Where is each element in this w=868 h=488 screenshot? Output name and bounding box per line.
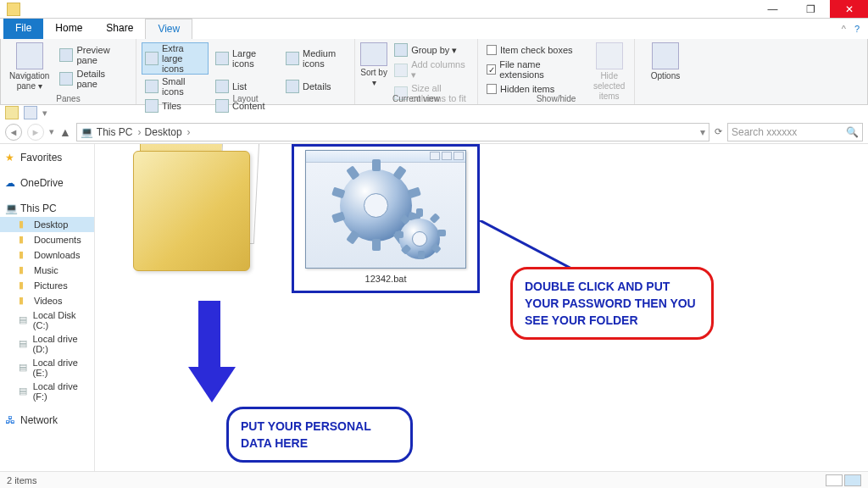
ribbon-group-panes: Navigation pane ▾ Preview pane Details p…: [1, 39, 136, 104]
status-bar: 2 items: [0, 471, 868, 488]
folder-icon: ▮: [19, 219, 31, 230]
address-bar: ◄ ► ▾ ▲ 💻 This PC Desktop ▾ ⟳ Search xxx…: [0, 120, 868, 144]
sidebar-item[interactable]: ▮Documents: [0, 232, 94, 247]
sidebar-item-label: Videos: [34, 296, 62, 306]
details-pane-label: Details pane: [76, 69, 127, 89]
forward-button: ►: [27, 124, 44, 141]
sidebar-item[interactable]: ▤Local drive (E:): [0, 356, 94, 380]
sidebar-item[interactable]: ▮Music: [0, 263, 94, 278]
sidebar-item[interactable]: ▤Local drive (F:): [0, 380, 94, 403]
view-icons-button[interactable]: [844, 474, 861, 486]
sidebar-item-label: Desktop: [34, 219, 68, 230]
sidebar-item-label: Local drive (E:): [33, 358, 89, 378]
file-list-area[interactable]: 12342.bat PUT YOUR PERSONAL DATA HERE DO…: [95, 144, 868, 486]
up-button[interactable]: ▲: [59, 125, 71, 139]
back-button[interactable]: ◄: [5, 124, 22, 141]
sidebar-item-label: Music: [34, 265, 58, 275]
folder-icon: ▮: [19, 295, 31, 307]
view-details-button[interactable]: [826, 474, 843, 486]
pc-icon: 💻: [81, 126, 93, 138]
folder-icon: [133, 144, 260, 280]
tab-file[interactable]: File: [3, 19, 43, 39]
layout-extra-large[interactable]: Extra large icons: [142, 42, 209, 75]
group-by-button[interactable]: Group by ▾: [391, 42, 472, 58]
sidebar-item[interactable]: ▮Desktop: [0, 217, 94, 232]
sidebar-item-label: Local drive (F:): [33, 381, 89, 402]
help-icon[interactable]: ?: [854, 24, 860, 34]
ribbon-collapse-icon[interactable]: ^: [842, 24, 846, 34]
search-input[interactable]: Search xxxxxx 🔍: [727, 123, 863, 141]
preview-pane-label: Preview pane: [76, 45, 127, 65]
drive-icon: ▤: [19, 314, 30, 326]
sidebar-item[interactable]: ▮Pictures: [0, 278, 94, 293]
drive-icon: ▤: [19, 385, 30, 397]
sidebar-network[interactable]: 🖧Network: [0, 412, 94, 429]
window-titlebar: — ❐ ✕: [0, 0, 868, 19]
ribbon-group-options: Options: [635, 39, 686, 104]
qat-dropdown-icon[interactable]: ▾: [42, 108, 47, 119]
qat-properties-icon[interactable]: [24, 106, 37, 119]
bat-file-label: 12342.bat: [298, 274, 474, 284]
preview-pane-button[interactable]: Preview pane: [56, 44, 131, 66]
search-icon: 🔍: [846, 126, 859, 138]
minimize-button[interactable]: —: [754, 0, 792, 18]
sidebar-onedrive[interactable]: ☁OneDrive: [0, 175, 94, 191]
quick-access-toolbar: ▾: [0, 105, 868, 120]
sidebar-item-label: Documents: [34, 235, 81, 245]
checkbox-icon: ✓: [487, 64, 496, 75]
breadcrumb-item[interactable]: This PC: [97, 126, 142, 138]
recent-locations-dropdown[interactable]: ▾: [49, 126, 54, 137]
maximize-button[interactable]: ❐: [792, 0, 830, 18]
cloud-icon: ☁: [5, 177, 17, 189]
svg-line-0: [480, 220, 573, 269]
sidebar-thispc[interactable]: 💻This PC: [0, 200, 94, 217]
connector-line: [480, 220, 573, 271]
refresh-button[interactable]: ⟳: [715, 126, 722, 137]
search-placeholder: Search xxxxxx: [732, 126, 797, 138]
options-button[interactable]: Options: [640, 42, 691, 81]
hide-selected-button: Hide selected items: [589, 42, 629, 102]
arrow-down-annotation: [188, 301, 231, 402]
star-icon: ★: [5, 152, 17, 164]
navigation-pane-button[interactable]: Navigation pane ▾: [6, 42, 53, 92]
address-dropdown-icon[interactable]: ▾: [700, 126, 705, 138]
breadcrumb-item[interactable]: Desktop: [145, 126, 191, 138]
layout-medium[interactable]: Medium icons: [282, 42, 349, 75]
sidebar-item-label: Local Disk (C:): [33, 310, 89, 330]
file-extensions-toggle[interactable]: ✓File name extensions: [483, 58, 584, 80]
item-checkboxes-toggle[interactable]: Item check boxes: [483, 44, 584, 56]
tab-home[interactable]: Home: [43, 19, 94, 39]
group-label-showhide: Show/hide: [478, 94, 634, 103]
bat-file-item[interactable]: 12342.bat: [292, 144, 480, 293]
folder-icon: ▮: [19, 280, 31, 291]
drive-icon: ▤: [19, 338, 29, 350]
sidebar-favorites[interactable]: ★Favorites: [0, 149, 94, 166]
sidebar-item-label: Pictures: [34, 280, 68, 291]
group-label-layout: Layout: [136, 94, 354, 103]
group-label-panes: Panes: [1, 94, 136, 103]
sidebar-item[interactable]: ▤Local drive (D:): [0, 332, 94, 356]
folder-item[interactable]: [125, 144, 269, 280]
ribbon-group-current-view: Sort by ▾ Group by ▾ Add columns ▾ Size …: [355, 39, 478, 104]
network-icon: 🖧: [5, 414, 17, 426]
sidebar-item-label: Local drive (D:): [32, 334, 89, 354]
group-label-current: Current view: [355, 94, 477, 103]
ribbon-group-layout: Extra large icons Large icons Medium ico…: [136, 39, 355, 104]
tab-share[interactable]: Share: [94, 19, 145, 39]
sidebar-item[interactable]: ▮Downloads: [0, 247, 94, 263]
tab-view[interactable]: View: [145, 19, 192, 39]
breadcrumb[interactable]: 💻 This PC Desktop ▾: [76, 123, 709, 141]
ribbon: Navigation pane ▾ Preview pane Details p…: [0, 39, 868, 105]
close-button[interactable]: ✕: [830, 0, 868, 18]
app-icon: [0, 0, 27, 18]
qat-folder-icon[interactable]: [5, 106, 19, 119]
hidden-items-toggle[interactable]: Hidden items: [483, 83, 584, 95]
sidebar-item[interactable]: ▤Local Disk (C:): [0, 308, 94, 332]
details-pane-button[interactable]: Details pane: [56, 68, 131, 90]
callout-double-click: DOUBLE CLICK AND PUT YOUR PASSWORD THEN …: [510, 267, 714, 340]
folder-icon: ▮: [19, 249, 31, 261]
pc-icon: 💻: [5, 202, 17, 214]
sidebar-item[interactable]: ▮Videos: [0, 293, 94, 308]
layout-large[interactable]: Large icons: [212, 42, 279, 75]
bat-file-icon: [305, 150, 466, 269]
